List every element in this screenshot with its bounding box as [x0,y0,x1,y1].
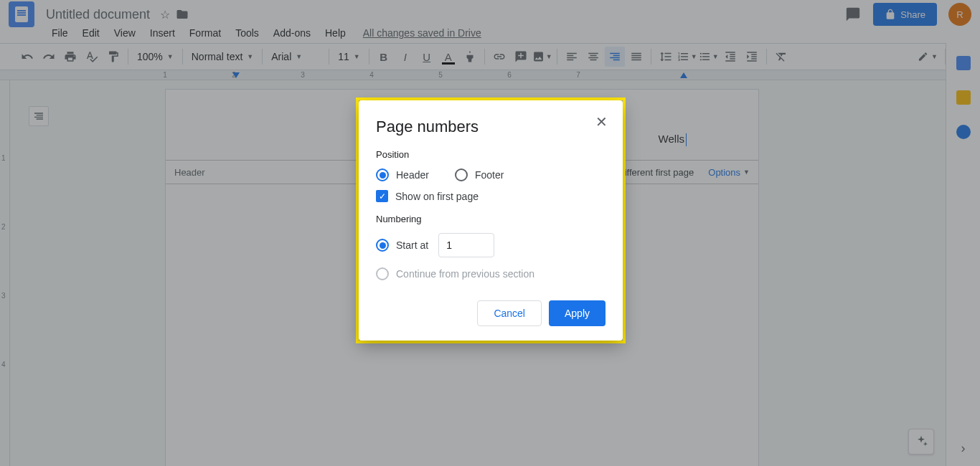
continue-previous-radio: Continue from previous section [376,267,606,280]
radio-label: Footer [475,169,504,181]
position-header-radio[interactable]: Header [376,168,429,181]
position-section-label: Position [376,149,606,160]
apply-button[interactable]: Apply [549,300,606,326]
radio-icon [455,168,468,181]
radio-selected-icon [376,239,389,252]
checkbox-label: Show on first page [395,191,479,202]
position-footer-radio[interactable]: Footer [455,168,504,181]
cancel-button[interactable]: Cancel [477,300,542,326]
dialog-title: Page numbers [376,118,606,136]
radio-label: Start at [396,239,428,251]
show-first-page-checkbox[interactable]: ✓ Show on first page [376,190,606,202]
close-button[interactable]: ✕ [593,113,610,130]
radio-label: Header [396,169,429,181]
numbering-section-label: Numbering [376,214,606,224]
radio-selected-icon [376,168,389,181]
radio-disabled-icon [376,267,389,280]
radio-label: Continue from previous section [396,268,534,280]
start-at-input[interactable] [438,233,494,257]
checkbox-checked-icon: ✓ [376,190,388,202]
start-at-radio[interactable]: Start at [376,239,428,252]
page-numbers-dialog: Page numbers ✕ Position Header Footer ✓ … [359,100,623,341]
